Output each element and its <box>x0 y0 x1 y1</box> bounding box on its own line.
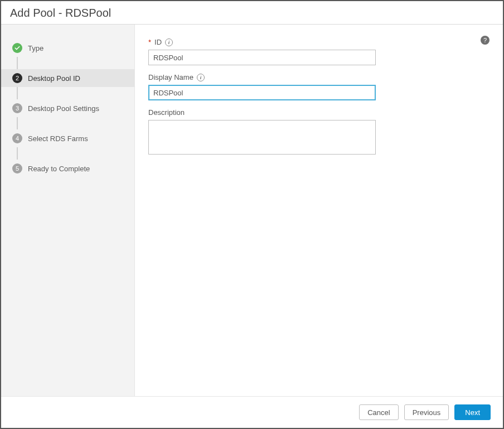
required-star-icon: * <box>148 38 151 46</box>
wizard-content: ? * ID i Display Name i Description <box>135 25 503 396</box>
step-connector <box>17 117 18 129</box>
wizard-step-label: Ready to Complete <box>28 165 90 173</box>
step-number-icon: 4 <box>12 133 22 143</box>
wizard-sidebar: Type 2 Desktop Pool ID 3 Desktop Pool Se… <box>1 25 135 396</box>
id-field-group: * ID i <box>148 38 490 65</box>
wizard-step-label: Type <box>28 44 43 52</box>
previous-button[interactable]: Previous <box>404 404 449 420</box>
add-pool-dialog: Add Pool - RDSPool Type 2 Desktop Pool I… <box>0 0 504 429</box>
check-icon <box>12 43 22 53</box>
id-label-text: ID <box>154 38 162 46</box>
id-label: * ID i <box>148 38 490 46</box>
step-connector <box>17 57 18 69</box>
wizard-step-label: Desktop Pool Settings <box>28 104 99 113</box>
display-name-field-group: Display Name i <box>148 73 490 100</box>
description-label: Description <box>148 108 490 117</box>
wizard-step-desktop-pool-id[interactable]: 2 Desktop Pool ID <box>1 69 134 87</box>
description-label-text: Description <box>148 108 185 117</box>
wizard-step-desktop-pool-settings[interactable]: 3 Desktop Pool Settings <box>1 99 134 117</box>
description-field-group: Description <box>148 108 490 157</box>
dialog-title: Add Pool - RDSPool <box>1 1 503 25</box>
description-input[interactable] <box>148 120 376 155</box>
wizard-steps: Type 2 Desktop Pool ID 3 Desktop Pool Se… <box>1 39 134 177</box>
step-number-icon: 2 <box>12 73 22 83</box>
step-connector <box>17 147 18 160</box>
id-input[interactable] <box>148 50 376 65</box>
info-icon[interactable]: i <box>197 74 205 81</box>
wizard-step-label: Desktop Pool ID <box>28 74 80 83</box>
wizard-step-ready-to-complete[interactable]: 5 Ready to Complete <box>1 160 134 177</box>
wizard-step-type[interactable]: Type <box>1 39 134 57</box>
dialog-body: Type 2 Desktop Pool ID 3 Desktop Pool Se… <box>1 25 503 396</box>
info-icon[interactable]: i <box>165 38 173 46</box>
help-icon[interactable]: ? <box>481 36 490 45</box>
dialog-footer: Cancel Previous Next <box>1 396 503 428</box>
cancel-button[interactable]: Cancel <box>359 404 398 420</box>
wizard-step-select-rds-farms[interactable]: 4 Select RDS Farms <box>1 129 134 147</box>
step-connector <box>17 87 18 99</box>
display-name-label: Display Name i <box>148 73 490 81</box>
next-button[interactable]: Next <box>454 404 491 420</box>
display-name-input[interactable] <box>148 85 376 100</box>
step-number-icon: 5 <box>12 163 22 173</box>
display-name-label-text: Display Name <box>148 73 193 81</box>
step-number-icon: 3 <box>12 103 22 113</box>
wizard-step-label: Select RDS Farms <box>28 134 88 143</box>
